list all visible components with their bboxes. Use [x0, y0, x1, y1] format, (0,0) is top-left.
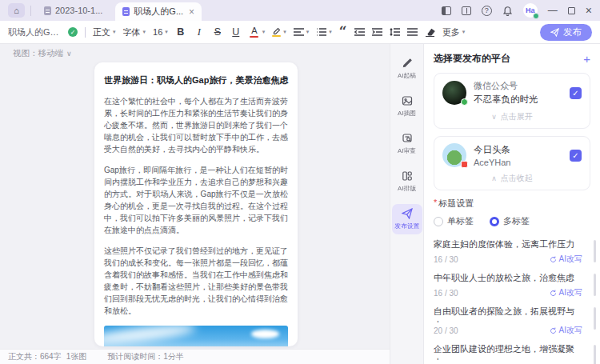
document-photo-sky-mountains[interactable]: [104, 326, 288, 346]
line-spacing-icon[interactable]: [390, 28, 400, 36]
paragraph-style-value: 正文: [93, 26, 110, 38]
tab-label: 2023-10-1...: [55, 6, 102, 15]
chevron-down-icon: ∨: [491, 113, 497, 121]
layout-icon: [402, 170, 413, 182]
document-page[interactable]: 世界旅游日：职场人的Gap旅行，美景治愈焦虑 在这个繁忙的社会中，每个人都在为了…: [94, 62, 298, 346]
document-paragraph[interactable]: 这些照片不仅记录了我们曾经到过的地方，更见证了我们的成长和变化。每一张照片都是一…: [104, 245, 288, 317]
sidebar-item-ai-illustration[interactable]: AI插图: [392, 91, 422, 122]
maximize-button[interactable]: [568, 7, 575, 14]
title-option-1: 家庭主妇的度假体验，远离工作压力 16 / 30 AI改写: [434, 233, 590, 266]
format-toolbar: 职场人的Ga... ✓ 正文▾ 字体▾ 16▾ B I S U A ▾ ▾ ▾ …: [0, 21, 600, 44]
image-icon: [402, 95, 413, 106]
list-dropdown[interactable]: ▾: [316, 28, 332, 36]
font-color-button[interactable]: A ▾: [249, 26, 266, 38]
indent-increase-icon[interactable]: [372, 28, 382, 36]
italic-button[interactable]: I: [194, 27, 205, 38]
sidebar-item-label: 发布设置: [394, 222, 419, 230]
publish-button[interactable]: 发布: [540, 24, 592, 41]
font-size-value: 16: [153, 27, 162, 37]
panel-right-icon[interactable]: [462, 6, 471, 15]
char-count: 20 / 30: [434, 326, 458, 335]
required-asterisk: *: [434, 198, 437, 210]
underline-button[interactable]: U: [230, 27, 242, 38]
platform-name: 微信公众号: [474, 80, 562, 92]
scrollbar-handle[interactable]: [594, 240, 596, 262]
font-family-dropdown[interactable]: 字体▾: [123, 26, 146, 38]
bold-button[interactable]: B: [175, 27, 186, 38]
word-count: 正文共：664字: [8, 351, 62, 362]
paragraph-style-dropdown[interactable]: 正文▾: [93, 26, 116, 38]
minimize-button[interactable]: —: [548, 5, 558, 16]
sync-status-icon: ✓: [68, 27, 78, 37]
font-size-dropdown[interactable]: 16▾: [153, 27, 168, 37]
user-avatar[interactable]: Ha: [523, 3, 538, 18]
title-option-3: 自由职业者的探险之旅，拓展视野与人... 20 / 30 AI改写: [434, 300, 590, 338]
sidebar-item-publish-settings[interactable]: 发布设置: [392, 204, 422, 234]
more-dropdown[interactable]: 更多▾: [442, 26, 466, 38]
tab-recent-doc[interactable]: 2023-10-1...: [37, 0, 110, 21]
ai-rewrite-label: AI改写: [559, 325, 582, 336]
workspace: 视图：移动端 ∨ 世界旅游日：职场人的Gap旅行，美景治愈焦虑 在这个繁忙的社会…: [0, 44, 600, 364]
view-mode-dropdown[interactable]: 视图：移动端 ∨: [0, 44, 390, 63]
strikethrough-button[interactable]: S: [212, 27, 223, 38]
justify-icon[interactable]: [407, 28, 418, 36]
radio-single-tag[interactable]: 单标签: [434, 215, 474, 227]
ai-rewrite-label: AI改写: [559, 254, 582, 265]
align-left-icon: [294, 28, 304, 36]
editor-area: 视图：移动端 ∨ 世界旅游日：职场人的Gap旅行，美景治愈焦虑 在这个繁忙的社会…: [0, 44, 390, 364]
tag-mode-radios: 单标签 多标签: [434, 215, 590, 227]
sidebar-item-ai-layout[interactable]: AI排版: [392, 166, 422, 197]
title-option-text[interactable]: 企业团队建设的理想之地，增强凝聚力: [434, 342, 590, 360]
platform-checkbox[interactable]: ✓: [570, 150, 582, 162]
sidebar-item-ai-review[interactable]: AI审查: [392, 129, 422, 159]
platform-card-wechat: 微信公众号 不忍辜负的时光 ✓ ∨ 点击展开: [434, 73, 590, 129]
radio-multi-tag[interactable]: 多标签: [490, 215, 530, 227]
clear-format-icon[interactable]: [425, 28, 435, 37]
collapse-toggle[interactable]: ∧ 点击收起: [442, 167, 582, 187]
toutiao-account-avatar: [442, 143, 466, 167]
title-option-4: 企业团队建设的理想之地，增强凝聚力 22 / 30 AI改写: [434, 338, 590, 364]
align-dropdown[interactable]: ▾: [294, 28, 310, 36]
panel-left-icon[interactable]: [442, 6, 451, 15]
paper-plane-icon: [402, 208, 413, 219]
close-window-button[interactable]: ×: [586, 4, 592, 17]
radio-icon-selected: [490, 217, 499, 226]
add-platform-button[interactable]: +: [583, 53, 590, 65]
ai-rewrite-button[interactable]: AI改写: [550, 287, 582, 298]
title-option-text[interactable]: 家庭主妇的度假体验，远离工作压力: [434, 238, 590, 251]
ai-rewrite-button[interactable]: AI改写: [550, 325, 582, 336]
scrollbar-handle[interactable]: [594, 274, 596, 296]
document-paragraph[interactable]: 在这个繁忙的社会中，每个人都在为了生活而奔波劳累，长时间的工作压力和紧张的生活节…: [104, 95, 288, 155]
pencil-icon: [402, 58, 413, 69]
scrollbar-handle[interactable]: [594, 345, 596, 364]
home-icon: ⌂: [14, 6, 19, 15]
highlight-swatch: [272, 35, 281, 37]
close-tab-icon[interactable]: ×: [189, 6, 194, 18]
blockquote-button[interactable]: “: [339, 28, 347, 36]
sidebar-item-ai-draft[interactable]: AI起稿: [392, 54, 422, 84]
title-settings-text: 标题设置: [438, 198, 474, 210]
indent-decrease-icon[interactable]: [354, 28, 365, 36]
highlight-color-button[interactable]: ▾: [272, 27, 286, 37]
radio-label: 单标签: [447, 215, 474, 227]
tab-label: 职场人的G...: [134, 6, 183, 18]
help-icon[interactable]: ?: [482, 6, 492, 16]
scrollbar-handle[interactable]: [594, 307, 596, 330]
title-option-text[interactable]: 中年职业人士的放松之旅，治愈焦虑: [434, 271, 590, 285]
font-color-swatch: [250, 36, 258, 38]
document-paragraph[interactable]: Gap旅行，即间隔年旅行，是一种让人们在短暂的时间内摆脱工作和学业压力，去追求自…: [104, 164, 288, 236]
highlighter-icon: [272, 27, 281, 34]
tab-current-doc[interactable]: 职场人的G... ×: [115, 2, 202, 21]
platform-card-toutiao: 今日头条 AceYHan ✓ ∧ 点击收起: [434, 136, 590, 190]
title-option-text[interactable]: 自由职业者的探险之旅，拓展视野与人...: [434, 305, 590, 322]
platform-checkbox[interactable]: ✓: [570, 87, 582, 99]
chevron-down-icon: ∨: [66, 50, 72, 58]
bell-icon[interactable]: [502, 6, 513, 16]
document-title[interactable]: 世界旅游日：职场人的Gap旅行，美景治愈焦虑: [104, 74, 288, 88]
home-button[interactable]: ⌂: [8, 3, 25, 18]
caret-down-icon: ▾: [165, 29, 168, 35]
sidebar-item-label: AI排版: [398, 184, 416, 193]
toutiao-badge-icon: [461, 161, 468, 168]
expand-toggle[interactable]: ∨ 点击展开: [442, 106, 582, 126]
ai-rewrite-button[interactable]: AI改写: [550, 254, 582, 265]
